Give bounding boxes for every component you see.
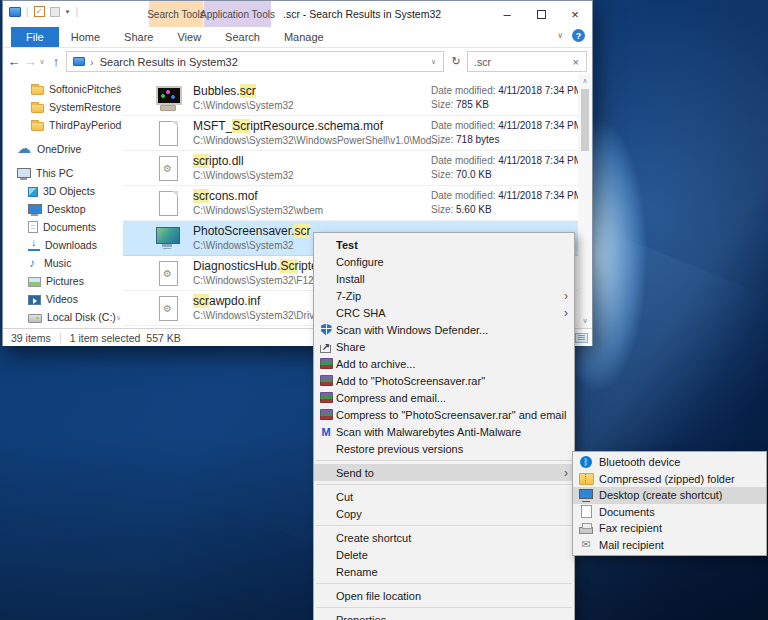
expand-ribbon-icon[interactable]: ∨	[557, 31, 563, 40]
menu-item-7-zip[interactable]: 7-Zip›	[314, 287, 574, 304]
customize-toolbar-caret-icon[interactable]: ▼	[65, 9, 71, 15]
search-input[interactable]: .scr	[468, 56, 573, 68]
date-modified-label: Date modified:	[431, 120, 498, 131]
up-button[interactable]: ↑	[48, 49, 64, 74]
menu-item-copy[interactable]: Copy	[314, 505, 574, 522]
file-row-msft-scriptresource-schema-mof[interactable]: MSFT_ScriptResource.schema.mofC:\Windows…	[123, 116, 578, 151]
sidebar-item-desktop[interactable]: Desktop	[3, 200, 123, 218]
menu-item-label: CRC SHA	[336, 307, 564, 319]
breadcrumb[interactable]: Search Results in System32	[100, 56, 238, 68]
menu-item-scan-with-windows-defender[interactable]: Scan with Windows Defender...	[314, 321, 574, 338]
tab-manage[interactable]: Manage	[272, 27, 336, 47]
sidebar-item-documents[interactable]: Documents	[3, 218, 123, 236]
contextual-tab-application-tools: Application Tools	[204, 1, 271, 27]
explorer-icon	[9, 7, 21, 17]
address-dropdown-icon[interactable]: ∨	[431, 58, 436, 66]
maximize-button[interactable]	[524, 1, 558, 27]
menu-item-add-to-archive[interactable]: Add to archive...	[314, 355, 574, 372]
menu-item-properties[interactable]: Properties	[314, 611, 574, 620]
file-row-bubbles-scr[interactable]: Bubbles.scrC:\Windows\System32Date modif…	[123, 81, 578, 116]
new-folder-quick-icon[interactable]	[50, 7, 60, 17]
menu-item-crc-sha[interactable]: CRC SHA›	[314, 304, 574, 321]
sidebar-list: SoftonicPitchesSystemRestoreThirdPayPeri…	[3, 80, 123, 326]
sidebar-item-3d-objects[interactable]: 3D Objects	[3, 182, 123, 200]
menu-item-install[interactable]: Install	[314, 270, 574, 287]
sendto-item-mail-recipient[interactable]: Mail recipient	[573, 537, 766, 554]
menu-item-scan-with-malwarebytes-anti-malware[interactable]: Scan with Malwarebytes Anti-Malware	[314, 423, 574, 440]
menu-item-add-to-photoscreensaver-rar[interactable]: Add to "PhotoScreensaver.rar"	[314, 372, 574, 389]
menu-item-label: Mail recipient	[599, 539, 760, 551]
menu-item-label: Compress and email...	[336, 392, 568, 404]
file-list-scrollbar[interactable]: ∧ ∨	[578, 74, 592, 328]
menu-item-test[interactable]: Test	[314, 236, 574, 253]
sidebar-item-pictures[interactable]: Pictures	[3, 272, 123, 290]
file-name: scripto.dll	[193, 154, 244, 168]
file-row-scrcons-mof[interactable]: scrcons.mofC:\Windows\System32\wbemDate …	[123, 186, 578, 221]
sidebar-item-local-disk-c[interactable]: Local Disk (C:)	[3, 308, 123, 326]
menu-item-rename[interactable]: Rename	[314, 563, 574, 580]
sendto-item-documents[interactable]: Documents	[573, 504, 766, 521]
search-box[interactable]: .scr ×	[467, 51, 587, 72]
file-row-scripto-dll[interactable]: scripto.dllC:\Windows\System32Date modif…	[123, 151, 578, 186]
tab-home[interactable]: Home	[59, 27, 112, 47]
menu-item-delete[interactable]: Delete	[314, 546, 574, 563]
tab-view[interactable]: View	[165, 27, 213, 47]
desktop-icon	[576, 488, 596, 503]
menu-item-cut[interactable]: Cut	[314, 488, 574, 505]
menu-item-compress-to-photoscreensaver-rar-and-email[interactable]: Compress to "PhotoScreensaver.rar" and e…	[314, 406, 574, 423]
file-name-part: MSFT_	[193, 119, 232, 133]
tab-file[interactable]: File	[11, 27, 59, 47]
menu-item-restore-previous-versions[interactable]: Restore previous versions	[314, 440, 574, 457]
menu-item-compress-and-email[interactable]: Compress and email...	[314, 389, 574, 406]
desktop-icon	[28, 203, 42, 216]
sidebar-item-videos[interactable]: Videos	[3, 290, 123, 308]
forward-button[interactable]: →	[23, 49, 37, 74]
help-icon[interactable]: ?	[572, 29, 585, 42]
address-bar[interactable]: › Search Results in System32 ∨	[66, 51, 444, 72]
sendto-item-fax-recipient[interactable]: Fax recipient	[573, 520, 766, 537]
tab-share[interactable]: Share	[112, 27, 165, 47]
details-view-icon[interactable]	[575, 333, 588, 343]
file-name: PhotoScreensaver.scr	[193, 224, 310, 238]
sidebar-item-thirdpayperiod[interactable]: ThirdPayPeriod	[3, 116, 123, 134]
menu-item-label: Add to "PhotoScreensaver.rar"	[336, 375, 568, 387]
recent-locations-icon[interactable]: ∨	[37, 49, 47, 74]
sidebar-item-this-pc[interactable]: This PC	[3, 164, 123, 182]
refresh-icon[interactable]: ↻	[447, 51, 465, 72]
sidebar-item-systemrestore[interactable]: SystemRestore	[3, 98, 123, 116]
back-button[interactable]: ←	[6, 49, 22, 74]
sendto-item-bluetooth-device[interactable]: Bluetooth device	[573, 454, 766, 471]
sidebar-scroll-up-icon[interactable]: ∧	[116, 83, 121, 91]
sidebar-item-music[interactable]: Music	[3, 254, 123, 272]
menu-item-configure[interactable]: Configure	[314, 253, 574, 270]
tab-search[interactable]: Search	[213, 27, 272, 47]
search-term-highlight: scr	[240, 84, 256, 98]
menu-item-label: Configure	[336, 256, 568, 268]
menu-item-create-shortcut[interactable]: Create shortcut	[314, 529, 574, 546]
sidebar-item-downloads[interactable]: Downloads	[3, 236, 123, 254]
properties-quick-icon[interactable]: ✓	[34, 6, 45, 17]
ribbon-tab-strip: File Home Share View Search Manage	[3, 27, 592, 48]
sendto-item-desktop-create-shortcut[interactable]: Desktop (create shortcut)	[573, 487, 766, 504]
sidebar-item-label: 3D Objects	[43, 185, 95, 197]
sidebar-item-onedrive[interactable]: OneDrive	[3, 140, 123, 158]
menu-item-open-file-location[interactable]: Open file location	[314, 587, 574, 604]
scrollbar-thumb[interactable]	[581, 89, 589, 151]
selection-size: 557 KB	[146, 332, 180, 344]
clear-search-icon[interactable]: ×	[573, 56, 586, 68]
menu-icon-spacer	[316, 288, 336, 303]
scroll-down-icon[interactable]: ∨	[578, 317, 592, 325]
minimize-button[interactable]: –	[490, 1, 524, 27]
file-details: Date modified: 4/11/2018 7:34 PMSize: 78…	[431, 84, 582, 112]
menu-item-label: Compressed (zipped) folder	[599, 473, 760, 485]
sidebar-item-softonicpitches[interactable]: SoftonicPitches	[3, 80, 123, 98]
file-name-part: ipto.dll	[209, 154, 244, 168]
scroll-up-icon[interactable]: ∧	[578, 77, 592, 85]
menu-item-send-to[interactable]: Send to›	[314, 464, 574, 481]
date-modified-label: Date modified:	[431, 85, 498, 96]
menu-item-share[interactable]: Share	[314, 338, 574, 355]
close-button[interactable]: ×	[558, 1, 592, 27]
sendto-item-compressed-zipped-folder[interactable]: Compressed (zipped) folder	[573, 471, 766, 488]
date-modified-value: 4/11/2018 7:34 PM	[498, 155, 582, 166]
sidebar-scroll-down-icon[interactable]: ∨	[116, 314, 121, 322]
